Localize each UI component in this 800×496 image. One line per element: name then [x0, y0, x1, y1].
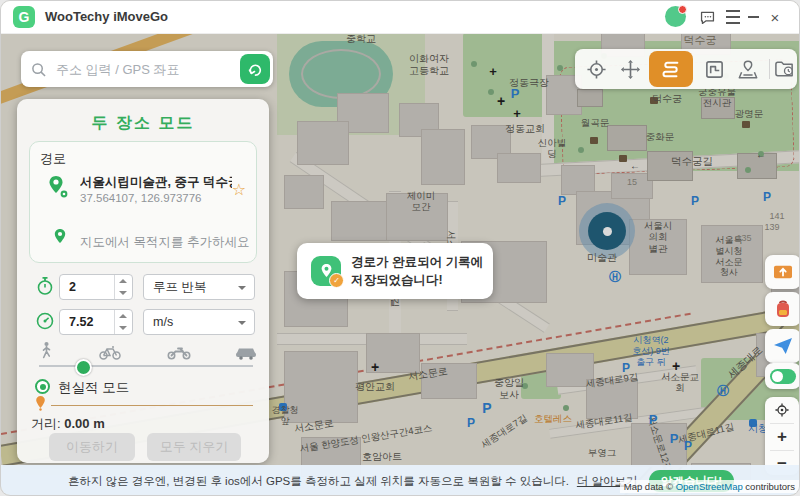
spin-down-icon[interactable]	[119, 291, 127, 295]
spin-up-icon[interactable]	[119, 314, 127, 318]
walk-icon	[39, 341, 54, 364]
app-logo: G	[13, 6, 35, 28]
loop-count-value[interactable]: 2	[69, 280, 76, 294]
import-gpx-icon	[773, 263, 793, 281]
app-title: WooTechy iMoveGo	[45, 9, 168, 24]
route-go-button[interactable]	[240, 54, 270, 84]
move-button[interactable]: 이동하기	[49, 433, 135, 461]
distance-row: 거리: 0.00 m	[31, 415, 105, 433]
map-zoom-controls: + −	[765, 397, 799, 475]
two-spot-route-icon	[660, 59, 682, 79]
route-progress-line	[51, 405, 253, 406]
loop-mode-select[interactable]: 루프 반복	[143, 274, 255, 300]
route-box: 경로 서울시립미술관, 중구 덕수궁... 37.564107, 126.973…	[29, 141, 257, 263]
bicycle-icon	[99, 344, 121, 364]
game-backpack-button[interactable]	[765, 292, 800, 326]
jump-teleport-mode-icon[interactable]	[735, 57, 761, 81]
speed-icon	[35, 311, 55, 335]
search-icon	[31, 62, 46, 77]
titlebar: G WooTechy iMoveGo ×	[1, 1, 799, 34]
loop-count-icon	[35, 276, 55, 300]
search-bar	[21, 51, 273, 87]
toolbar-divider	[769, 59, 770, 79]
close-button[interactable]: ×	[765, 7, 785, 27]
favorite-star-icon[interactable]: ☆	[232, 180, 246, 199]
distance-value: 0.00 m	[64, 416, 104, 431]
speed-slider-track[interactable]	[39, 365, 253, 367]
social-share-button[interactable]	[765, 329, 800, 363]
menu-icon[interactable]	[723, 7, 743, 27]
car-icon	[235, 345, 257, 364]
panel-title: 두 장소 모드	[17, 113, 269, 134]
feedback-icon[interactable]	[697, 7, 717, 27]
spin-down-icon[interactable]	[119, 326, 127, 330]
locate-button[interactable]	[765, 397, 799, 423]
realistic-mode-radio[interactable]	[35, 379, 50, 394]
loop-count-spin[interactable]	[114, 275, 132, 299]
speed-value[interactable]: 7.52	[69, 315, 93, 329]
import-gpx-button[interactable]	[765, 255, 800, 289]
avatar[interactable]	[665, 6, 686, 27]
joystick-mode-icon[interactable]	[617, 57, 643, 81]
toggle-switch-icon	[770, 369, 796, 384]
loop-count-stepper[interactable]: 2	[59, 274, 133, 300]
route-start-marker-icon[interactable]	[34, 395, 47, 415]
zoom-in-button[interactable]: +	[765, 424, 799, 450]
motorcycle-icon	[167, 344, 191, 364]
history-icon[interactable]	[771, 57, 797, 81]
two-spot-mode-button-selected[interactable]	[649, 51, 693, 87]
distance-label: 거리:	[31, 416, 61, 431]
toast-message: 경로가 완료되어 기록에 저장되었습니다!	[351, 253, 483, 289]
origin-name[interactable]: 서울시립미술관, 중구 덕수궁...	[80, 174, 232, 191]
notice-text: 흔하지 않은 경우엔, 변경된 후 ios에서 GPS를 측정하고 실제 위치를…	[68, 474, 569, 489]
cooldown-toggle[interactable]	[765, 363, 800, 389]
paper-plane-icon	[773, 337, 793, 355]
multi-spot-mode-icon[interactable]	[701, 57, 727, 81]
spin-up-icon[interactable]	[119, 279, 127, 283]
speed-stepper[interactable]: 7.52	[59, 309, 133, 335]
osm-link[interactable]: OpenStreetMap	[676, 481, 743, 492]
route-saved-toast: ✓ 경로가 완료되어 기록에 저장되었습니다!	[297, 243, 493, 299]
realistic-mode-label: 현실적 모드	[58, 379, 129, 397]
two-spot-panel: 두 장소 모드 경로 서울시립미술관, 중구 덕수궁... 37.564107,…	[17, 99, 269, 463]
mode-toolbar	[575, 49, 797, 89]
minimize-button[interactable]	[743, 7, 763, 27]
teleport-mode-icon[interactable]	[583, 57, 609, 81]
app-window: 중학교이화여자 고등학교정동극장정동교회덕수궁덕수궁궁중유물 전시관중화문광명문…	[0, 0, 800, 496]
backpack-icon	[774, 299, 792, 319]
speed-unit-select[interactable]: m/s	[143, 309, 255, 335]
clear-all-button[interactable]: 모두 지우기	[147, 433, 241, 461]
map-attribution: Map data © OpenStreetMap contributors	[620, 480, 799, 493]
origin-coords: 37.564107, 126.973776	[80, 192, 202, 204]
attribution-prefix: Map data ©	[624, 481, 676, 492]
destination-pin-icon	[52, 228, 68, 250]
attribution-suffix: contributors	[743, 481, 795, 492]
speed-spin[interactable]	[114, 310, 132, 334]
route-label: 경로	[40, 150, 66, 168]
origin-pin-icon	[46, 174, 70, 204]
speed-slider-thumb[interactable]	[75, 359, 92, 376]
notification-dot	[678, 5, 687, 14]
check-badge-icon: ✓	[329, 273, 344, 288]
destination-placeholder[interactable]: 지도에서 목적지를 추가하세요	[80, 234, 249, 251]
